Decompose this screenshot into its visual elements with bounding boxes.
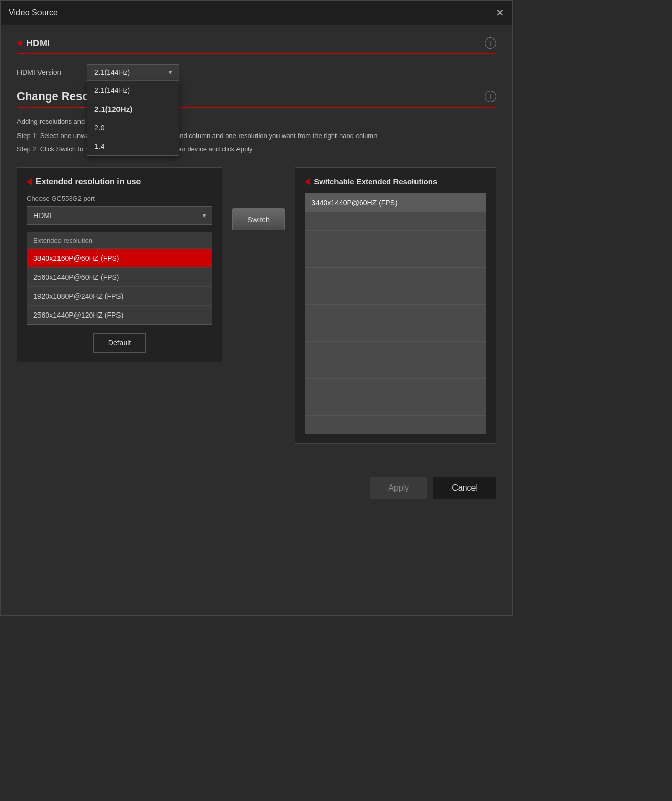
- switchable-item-9[interactable]: [305, 341, 486, 360]
- hdmi-section-header: HDMI i: [17, 37, 496, 54]
- switchable-item-12[interactable]: [305, 397, 486, 415]
- resolution-list-header: Extended resolution: [27, 232, 212, 248]
- hdmi-version-label: HDMI Version: [17, 68, 78, 76]
- port-dropdown-wrapper: HDMI USB-C ▼: [27, 206, 212, 225]
- hdmi-option-2[interactable]: 2.1(120Hz): [87, 100, 179, 119]
- hdmi-version-menu: 2.1(144Hz) 2.1(120Hz) 2.0 1.4: [87, 81, 179, 156]
- left-panel-header: Extended resolution in use: [27, 177, 212, 186]
- change-resolution-info-icon[interactable]: i: [485, 91, 496, 102]
- resolution-item-2[interactable]: 2560x1440P@60HZ (FPS): [27, 267, 212, 286]
- hdmi-version-row: HDMI Version 2.1(144Hz) ▼ 2.1(144Hz) 2.1…: [17, 64, 496, 81]
- hdmi-triangle-icon: [17, 40, 22, 47]
- left-panel-triangle-icon: [27, 178, 32, 185]
- switchable-item-3[interactable]: [305, 230, 486, 249]
- left-panel-title: Extended resolution in use: [36, 177, 141, 186]
- switch-button[interactable]: Switch: [232, 208, 285, 230]
- switchable-item-5[interactable]: [305, 267, 486, 286]
- hdmi-option-1[interactable]: 2.1(144Hz): [87, 81, 179, 100]
- port-label: Choose GC553G2 port: [27, 194, 212, 202]
- titlebar: Video Source ✕: [1, 1, 512, 25]
- resolution-item-1[interactable]: 3840x2160P@60HZ (FPS): [27, 248, 212, 267]
- switchable-item-6[interactable]: [305, 286, 486, 304]
- right-panel-title: Switchable Extended Resolutions: [314, 177, 437, 186]
- hdmi-version-arrow-icon: ▼: [167, 69, 173, 76]
- switchable-item-13[interactable]: [305, 415, 486, 434]
- resolution-list: Extended resolution 3840x2160P@60HZ (FPS…: [27, 232, 212, 325]
- main-content: HDMI i HDMI Version 2.1(144Hz) ▼ 2.1(144…: [1, 25, 512, 456]
- hdmi-version-dropdown[interactable]: 2.1(144Hz) ▼: [87, 64, 179, 81]
- footer: Apply Cancel: [1, 464, 512, 512]
- video-source-window: Video Source ✕ HDMI i HDMI Version 2.1(1…: [0, 0, 513, 616]
- switchable-item-1[interactable]: 3440x1440P@60HZ (FPS): [305, 193, 486, 212]
- switchable-item-11[interactable]: [305, 378, 486, 397]
- apply-button[interactable]: Apply: [370, 477, 427, 499]
- left-panel: Extended resolution in use Choose GC553G…: [17, 167, 222, 362]
- right-panel-triangle-icon: [305, 178, 310, 185]
- window-title: Video Source: [9, 8, 58, 17]
- cancel-button[interactable]: Cancel: [433, 477, 496, 499]
- hdmi-header-left: HDMI: [17, 38, 50, 49]
- hdmi-version-dropdown-wrapper: 2.1(144Hz) ▼ 2.1(144Hz) 2.1(120Hz) 2.0 1…: [87, 64, 179, 81]
- hdmi-info-icon[interactable]: i: [485, 37, 496, 49]
- close-button[interactable]: ✕: [496, 8, 504, 18]
- main-area: Extended resolution in use Choose GC553G…: [17, 167, 496, 444]
- right-panel: Switchable Extended Resolutions 3440x144…: [295, 167, 496, 444]
- switchable-item-4[interactable]: [305, 249, 486, 267]
- switchable-item-8[interactable]: [305, 323, 486, 341]
- resolution-item-3[interactable]: 1920x1080P@240HZ (FPS): [27, 286, 212, 305]
- switch-column: Switch: [232, 167, 285, 230]
- resolution-item-4[interactable]: 2560x1440P@120HZ (FPS): [27, 305, 212, 324]
- right-panel-header: Switchable Extended Resolutions: [305, 177, 486, 186]
- hdmi-title: HDMI: [26, 38, 50, 49]
- port-dropdown[interactable]: HDMI USB-C: [27, 206, 212, 225]
- switchable-item-10[interactable]: [305, 360, 486, 378]
- default-button[interactable]: Default: [93, 333, 146, 353]
- switchable-item-7[interactable]: [305, 304, 486, 323]
- switchable-list: 3440x1440P@60HZ (FPS): [305, 193, 486, 434]
- switchable-item-2[interactable]: [305, 212, 486, 230]
- hdmi-option-4[interactable]: 1.4: [87, 137, 179, 155]
- hdmi-option-3[interactable]: 2.0: [87, 119, 179, 137]
